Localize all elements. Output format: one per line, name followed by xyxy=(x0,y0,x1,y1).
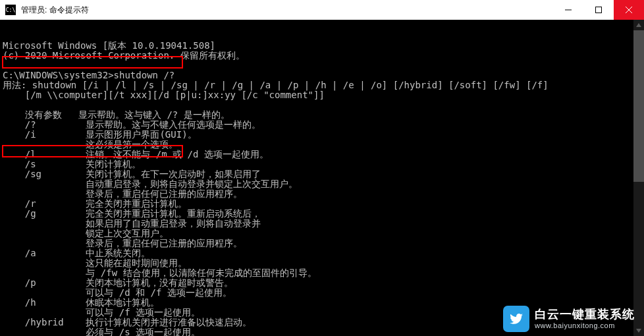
window-title: 管理员: 命令提示符 xyxy=(21,5,89,16)
svg-marker-4 xyxy=(636,23,641,27)
close-button[interactable] xyxy=(614,0,644,20)
watermark-sub: www.baiyunxitong.com xyxy=(535,322,635,330)
svg-rect-1 xyxy=(596,7,602,13)
close-icon xyxy=(626,7,632,13)
watermark-text: 白云一键重装系统 www.baiyunxitong.com xyxy=(535,308,635,329)
watermark-logo xyxy=(503,306,529,332)
terminal-content: Microsoft Windows [版本 10.0.19041.508] (c… xyxy=(3,41,644,336)
minimize-icon xyxy=(565,7,572,13)
cmd-icon-label: C:\ xyxy=(6,7,15,13)
terminal[interactable]: Microsoft Windows [版本 10.0.19041.508] (c… xyxy=(0,20,644,336)
minimize-button[interactable] xyxy=(553,0,583,20)
scroll-down-button[interactable] xyxy=(633,325,644,336)
svg-marker-5 xyxy=(636,329,641,333)
cmd-icon: C:\ xyxy=(5,5,16,15)
watermark: 白云一键重装系统 www.baiyunxitong.com xyxy=(503,306,635,332)
titlebar: C:\ 管理员: 命令提示符 xyxy=(0,0,644,20)
scrollbar[interactable] xyxy=(633,20,644,336)
chevron-up-icon xyxy=(636,23,641,27)
scroll-thumb[interactable] xyxy=(633,30,644,182)
scroll-up-button[interactable] xyxy=(633,20,644,30)
bird-icon xyxy=(508,311,524,327)
chevron-down-icon xyxy=(636,329,641,333)
watermark-main: 白云一键重装系统 xyxy=(535,308,635,322)
maximize-button[interactable] xyxy=(583,0,614,20)
maximize-icon xyxy=(595,7,602,13)
